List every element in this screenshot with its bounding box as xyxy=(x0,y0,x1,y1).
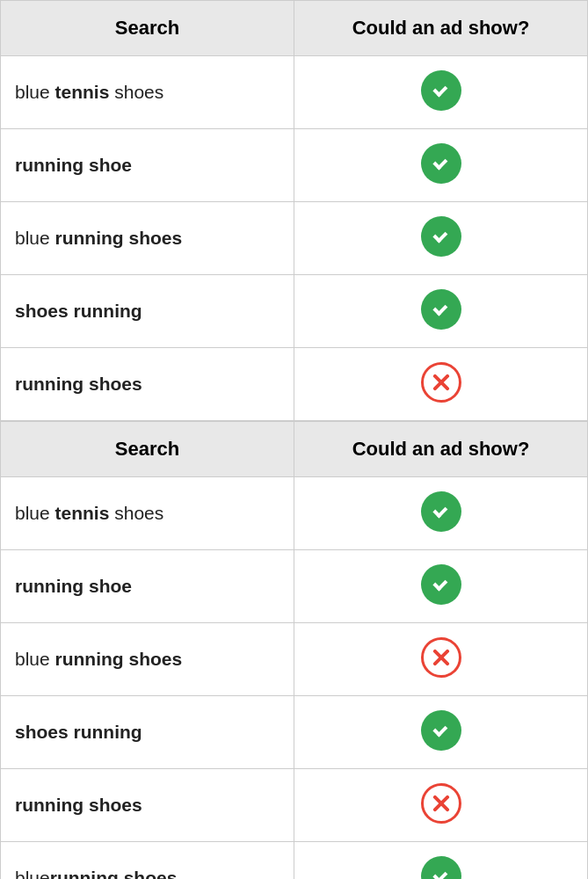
check-icon xyxy=(421,289,461,330)
table-row: running shoe xyxy=(1,129,588,202)
table-row: running shoes xyxy=(1,769,588,842)
search-term: running shoe xyxy=(1,550,294,623)
check-icon xyxy=(421,216,461,257)
check-icon xyxy=(421,143,461,184)
ad-show-status xyxy=(294,56,588,129)
search-term: blue tennis shoes xyxy=(1,477,294,550)
table-row: running shoes xyxy=(1,348,588,421)
ad-show-status xyxy=(294,550,588,623)
ad-show-status xyxy=(294,202,588,275)
table-row: running shoe xyxy=(1,550,588,623)
check-icon xyxy=(421,564,461,605)
table-row: blue running shoes xyxy=(1,202,588,275)
table-row: shoes running xyxy=(1,696,588,769)
check-icon xyxy=(421,70,461,111)
ad-show-status xyxy=(294,842,588,880)
header-ad: Could an ad show? xyxy=(294,1,588,56)
header-search: Search xyxy=(1,422,294,477)
header-ad: Could an ad show? xyxy=(294,422,588,477)
ad-show-status xyxy=(294,696,588,769)
search-term: blue running shoes xyxy=(1,623,294,696)
ad-show-status xyxy=(294,769,588,842)
check-icon xyxy=(421,856,461,879)
ad-show-status xyxy=(294,129,588,202)
table-row: shoes running xyxy=(1,275,588,348)
table-row: blue running shoes xyxy=(1,623,588,696)
search-term: shoes running xyxy=(1,696,294,769)
table-header-row: Search Could an ad show? xyxy=(1,422,588,477)
table-row: blue tennis shoes xyxy=(1,477,588,550)
search-term: bluerunning shoes xyxy=(1,842,294,880)
search-term: shoes running xyxy=(1,275,294,348)
cross-icon xyxy=(421,637,461,678)
ad-show-status xyxy=(294,275,588,348)
ad-show-status xyxy=(294,348,588,421)
search-term: running shoe xyxy=(1,129,294,202)
search-term: blue tennis shoes xyxy=(1,56,294,129)
search-term: blue running shoes xyxy=(1,202,294,275)
search-term: running shoes xyxy=(1,769,294,842)
check-icon xyxy=(421,491,461,532)
table-row: blue tennis shoes xyxy=(1,56,588,129)
ad-show-status xyxy=(294,623,588,696)
cross-icon xyxy=(421,362,461,403)
search-term: running shoes xyxy=(1,348,294,421)
table-header-row: Search Could an ad show? xyxy=(1,1,588,56)
table-row: bluerunning shoes xyxy=(1,842,588,880)
ad-show-status xyxy=(294,477,588,550)
header-search: Search xyxy=(1,1,294,56)
check-icon xyxy=(421,710,461,751)
cross-icon xyxy=(421,783,461,824)
